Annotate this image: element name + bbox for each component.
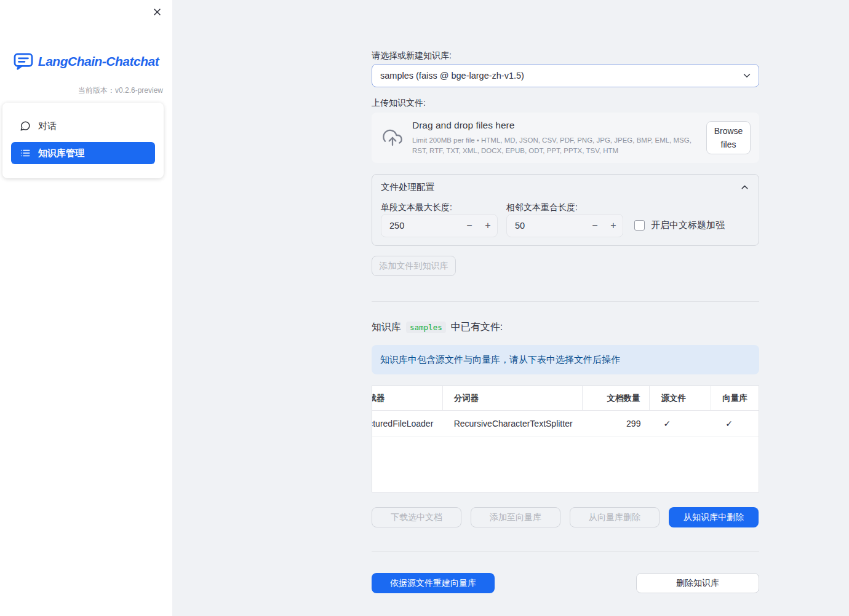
list-icon [20, 148, 31, 159]
col-header-vector-store[interactable]: 向量库 [711, 386, 759, 410]
file-uploader-dropzone[interactable]: Drag and drop files here Limit 200MB per… [372, 113, 759, 163]
overlap-label: 相邻文本重合长度: [506, 202, 578, 213]
table-row[interactable]: UnstructuredFileLoader RecursiveCharacte… [372, 411, 759, 436]
app-logo: LangChain-Chatchat [0, 53, 172, 70]
kb-select-value: samples (faiss @ bge-large-zh-v1.5) [380, 71, 524, 81]
cell-value: UnstructuredFileLoader [372, 419, 433, 428]
chat-bubble-icon [20, 120, 31, 132]
cell-source-file-check: ✓ [650, 411, 711, 436]
cell-value: 299 [626, 419, 640, 428]
cell-doc-count: 299 [583, 411, 650, 436]
delete-from-vector-store-button[interactable]: 从向量库删除 [570, 507, 660, 527]
max-length-minus-button[interactable]: − [460, 220, 479, 231]
sidebar-close-icon[interactable] [149, 4, 165, 20]
dropzone-text: Drag and drop files here Limit 200MB per… [412, 120, 706, 156]
kb-files-table[interactable]: 文档加载器 分词器 文档数量 源文件 向量库 UnstructuredFileL… [372, 385, 759, 492]
check-mark: ✓ [663, 419, 671, 428]
kb-name-code: samples [406, 322, 446, 333]
add-files-button[interactable]: 添加文件到知识库 [372, 256, 456, 276]
col-header-label: 文档加载器 [372, 393, 385, 404]
menu-item-label: 知识库管理 [38, 148, 84, 159]
delete-from-kb-button[interactable]: 从知识库中删除 [669, 507, 759, 527]
logo-text: LangChain-Chatchat [38, 54, 159, 69]
check-mark: ✓ [725, 419, 733, 428]
sidebar-item-dialogue[interactable]: 对话 [11, 115, 155, 137]
col-header-label: 分词器 [454, 393, 479, 404]
col-header-splitter[interactable]: 分词器 [443, 386, 583, 410]
file-config-expander: 文件处理配置 单段文本最大长度: 相邻文本重合长度: 250 − + 50 − … [372, 174, 759, 246]
download-selected-button[interactable]: 下载选中文档 [372, 507, 461, 527]
cell-loader: UnstructuredFileLoader [372, 411, 443, 436]
sidebar-item-knowledge-base[interactable]: 知识库管理 [11, 142, 155, 164]
info-banner-text: 知识库中包含源文件与向量库，请从下表中选择文件后操作 [380, 354, 620, 366]
max-length-value: 250 [381, 221, 460, 231]
overlap-plus-button[interactable]: + [604, 220, 623, 231]
rebuild-vector-store-button[interactable]: 依据源文件重建向量库 [372, 573, 495, 593]
overlap-input[interactable]: 50 − + [506, 214, 623, 237]
chevron-up-icon [739, 182, 750, 192]
table-header: 文档加载器 分词器 文档数量 源文件 向量库 [372, 386, 759, 411]
sidebar-menu: 对话 知识库管理 [2, 103, 164, 178]
upload-label: 上传知识文件: [372, 98, 426, 109]
logo-chat-icon [14, 53, 33, 70]
kb-select-label: 请选择或新建知识库: [372, 50, 452, 61]
info-banner: 知识库中包含源文件与向量库，请从下表中选择文件后操作 [372, 345, 759, 374]
col-header-label: 文档数量 [607, 393, 640, 404]
checkbox-label: 开启中文标题加强 [651, 219, 725, 231]
col-header-source-file[interactable]: 源文件 [650, 386, 711, 410]
cell-splitter: RecursiveCharacterTextSplitter [443, 411, 583, 436]
main-content: 请选择或新建知识库: samples (faiss @ bge-large-zh… [372, 0, 759, 616]
max-length-plus-button[interactable]: + [479, 220, 497, 231]
col-header-label: 向量库 [722, 393, 747, 404]
overlap-minus-button[interactable]: − [586, 220, 604, 231]
add-to-vector-store-button[interactable]: 添加至向量库 [471, 507, 560, 527]
divider [372, 551, 759, 552]
max-length-label: 单段文本最大长度: [381, 202, 452, 213]
divider [372, 301, 759, 302]
cell-vector-store-check: ✓ [711, 411, 759, 436]
col-header-loader[interactable]: 文档加载器 [372, 386, 443, 410]
kb-select[interactable]: samples (faiss @ bge-large-zh-v1.5) [372, 64, 759, 87]
delete-kb-button[interactable]: 删除知识库 [636, 573, 759, 593]
col-header-doc-count[interactable]: 文档数量 [583, 386, 650, 410]
cloud-upload-icon [381, 128, 404, 148]
expander-header[interactable]: 文件处理配置 [372, 175, 759, 199]
chevron-down-icon [741, 70, 752, 81]
dropzone-main-text: Drag and drop files here [412, 120, 700, 131]
app-root: LangChain-Chatchat 当前版本：v0.2.6-preview 对… [0, 0, 849, 616]
sidebar: LangChain-Chatchat 当前版本：v0.2.6-preview 对… [0, 0, 172, 616]
zh-title-enhance-checkbox[interactable]: 开启中文标题加强 [634, 219, 725, 231]
cell-value: RecursiveCharacterTextSplitter [454, 419, 573, 428]
max-length-input[interactable]: 250 − + [381, 214, 498, 237]
col-header-label: 源文件 [661, 393, 686, 404]
existing-files-suffix: 中已有文件: [451, 321, 503, 334]
existing-files-prefix: 知识库 [372, 321, 401, 334]
menu-item-label: 对话 [38, 120, 57, 132]
checkbox-box[interactable] [634, 220, 645, 231]
expander-title: 文件处理配置 [381, 181, 434, 193]
existing-files-heading: 知识库 samples 中已有文件: [372, 321, 503, 334]
overlap-value: 50 [507, 221, 586, 231]
browse-files-button[interactable]: Browse files [706, 121, 751, 155]
dropzone-limit-text: Limit 200MB per file • HTML, MD, JSON, C… [412, 135, 700, 156]
version-label: 当前版本：v0.2.6-preview [78, 85, 163, 96]
